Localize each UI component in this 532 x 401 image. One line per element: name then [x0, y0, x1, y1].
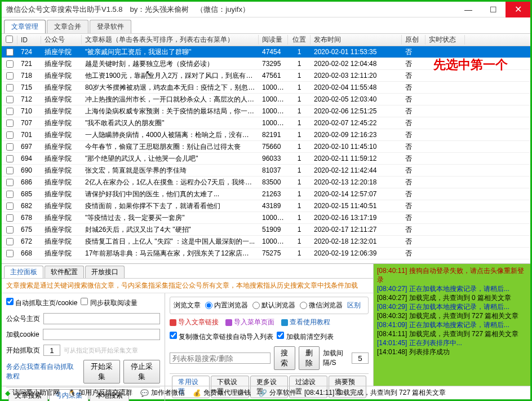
tab-article-manage[interactable]: 文章管理: [4, 20, 46, 33]
log-line: [14:01:48] 列表排序成功: [377, 347, 527, 356]
table-row[interactable]: 715插座学院80岁大爷摆摊被劝退，鸡农血本无归：疫情之下，别忽略...1000…: [2, 82, 530, 94]
table-row[interactable]: 694插座学院"那个绝望的武汉人，让他哭一会儿吧"9603312020-02-1…: [2, 153, 530, 165]
radio-builtin-browser[interactable]: 内置浏览器: [205, 301, 248, 310]
browse-label: 浏览文章: [174, 301, 201, 310]
table-body: 先选中第一个 ↖ 724插座学院"被亲戚问完工资后，我退出了群聊"4745412…: [2, 46, 530, 259]
log-panel: [08:40:11] 搜狗自动登录失败，请点击头像重新登录[08:40:27] …: [374, 264, 530, 386]
table-row[interactable]: 710插座学院上海传染病权威专家预测：关于疫情的最坏结局，你一定...10000…: [2, 105, 530, 117]
select-all-checkbox[interactable]: [6, 36, 13, 43]
list-search-input[interactable]: [170, 352, 271, 364]
tab-config[interactable]: 软件配置: [45, 266, 84, 278]
col-pos[interactable]: 位置: [288, 35, 311, 45]
log-line: [08:41:11] 加载完成，共查询到 727 篇相关文章: [377, 329, 527, 338]
row-checkbox[interactable]: [6, 143, 14, 151]
log-line: [08:41:09] 正在加载本地搜索记录，请稍后...: [377, 320, 527, 329]
row-checkbox[interactable]: [6, 120, 14, 127]
startpage-input[interactable]: [43, 345, 60, 356]
stop-collect-button[interactable]: 停止采集: [123, 360, 160, 384]
row-checkbox[interactable]: [6, 238, 14, 245]
import-menu-button[interactable]: 导入菜单页面: [225, 318, 274, 327]
sb-share[interactable]: 🔗分享软件: [259, 388, 296, 398]
copy-auto-import-checkbox[interactable]: 复制微信文章链接自动导入列表: [170, 332, 273, 342]
right-panel: 浏览文章 内置浏览器 默认浏览器 微信浏览器 区别 导入文章链接 导入菜单页面 …: [165, 293, 373, 401]
radio-wechat-browser[interactable]: 微信浏览器: [300, 301, 343, 310]
start-collect-button[interactable]: 开始采集: [83, 360, 120, 384]
sb-feedback-group[interactable]: 🐧加用户反馈交流群: [68, 388, 132, 398]
row-checkbox[interactable]: [6, 96, 14, 103]
table-row[interactable]: 690插座学院张文宏，简直就是医学界的李佳琦8103712020-02-12 1…: [2, 165, 530, 177]
row-checkbox[interactable]: [6, 108, 14, 115]
cookie-label: 加载cookie: [6, 330, 39, 340]
col-original[interactable]: 原创: [402, 35, 425, 45]
col-status[interactable]: 实时状态: [425, 35, 465, 45]
table-row[interactable]: 712插座学院冲上热搜的温州市长，一开口就秒杀众人：高层次的人，...10000…: [2, 94, 530, 105]
table-row[interactable]: 672插座学院疫情复工首日，上亿人 "失踪" ：这是中国人最深刻的一...100…: [2, 236, 530, 248]
left-panel: 自动抓取主页/cookie 同步获取阅读量 公众号主页 加载cookie 开始抓…: [2, 293, 165, 401]
table-row[interactable]: 678插座学院"等疫情过去，我一定要买一套房"10000112020-02-16…: [2, 212, 530, 224]
table-row[interactable]: 682插座学院疫情面前，如果你撑不下去了，就请看看他们4318912020-02…: [2, 200, 530, 212]
delete-button[interactable]: 删除: [299, 346, 320, 370]
tab-main-panel[interactable]: 主控面板: [4, 266, 43, 278]
log-line: [08:40:27] 正在加载本地搜索记录，请稍后...: [377, 284, 527, 293]
sb-official-site[interactable]: ◆访问爱小助官网: [5, 388, 60, 398]
import-link-button[interactable]: 导入文章链接: [170, 318, 219, 327]
table-row[interactable]: 707插座学院"我不敢看武汉人的朋友圈"10000112020-02-07 12…: [2, 117, 530, 129]
table-row[interactable]: 724插座学院"被亲戚问完工资后，我退出了群聊"4745412020-02-01…: [2, 46, 530, 58]
interval-input[interactable]: [352, 352, 369, 364]
log-line: [08:40:11] 搜狗自动登录失败，请点击头像重新登录: [377, 266, 527, 284]
log-line: [08:40:32] 加载完成，共查询到 727 篇相关文章: [377, 311, 527, 320]
top-tabs: 文章管理 文章合并 登录软件: [2, 17, 530, 33]
col-time[interactable]: 发布时间: [311, 35, 402, 45]
col-reads[interactable]: 阅读量: [259, 35, 288, 45]
col-account[interactable]: 公众号: [41, 35, 82, 45]
log-line: [08:40:29] 正在加载本地搜索记录，请稍后...: [377, 302, 527, 311]
window-title: 微信公众号文章搜索导出助手V1.5.8 by：光头强来偷树 （微信：juyifx…: [6, 5, 456, 15]
row-checkbox[interactable]: [6, 84, 14, 91]
row-checkbox[interactable]: [6, 250, 14, 257]
col-id[interactable]: ID: [17, 36, 41, 44]
sb-author-wechat[interactable]: 💬加作者微信: [140, 388, 185, 398]
row-checkbox[interactable]: [6, 155, 14, 162]
sb-status-text: [08:41:11] 加载完成，共查询到 727 篇相关文章: [304, 388, 446, 398]
search-button[interactable]: 搜索: [274, 346, 295, 370]
close-button[interactable]: ✕: [506, 2, 530, 17]
row-checkbox[interactable]: [6, 226, 14, 233]
table-row[interactable]: 685插座学院请保护好我们中国的医生，他们真的太难了...2126312020-…: [2, 188, 530, 200]
row-checkbox[interactable]: [6, 202, 14, 210]
table-row[interactable]: 668插座学院17年前那场非典：马云隔离在家，刘强东关了12家店，俞...752…: [2, 248, 530, 259]
tab-api[interactable]: 开放接口: [85, 266, 125, 278]
view-tutorial-button[interactable]: 查看使用教程: [281, 318, 330, 327]
table-row[interactable]: 675插座学院封城26天后，武汉又出了4大 "硬招"5190912020-02-…: [2, 224, 530, 236]
table-row[interactable]: 718插座学院他工资1900元，靠副业月入2万，踩对了风口，到底有多...475…: [2, 70, 530, 82]
description-text: 文章搜索是通过关键词搜索微信文章，号内采集指采集指定公众号所有文章，本地搜索指从…: [2, 278, 373, 293]
table-row[interactable]: 686插座学院2亿人在家办公，1亿人在摸鱼：远程办公7天后，我终于崩...835…: [2, 177, 530, 188]
sync-reads-checkbox[interactable]: 同步获取阅读量: [81, 298, 137, 308]
tab-article-merge[interactable]: 文章合并: [47, 20, 88, 33]
row-checkbox[interactable]: [6, 167, 14, 174]
table-row[interactable]: 721插座学院越是关键时刻，越要独立思考（疫情必读）7329512020-02-…: [2, 58, 530, 70]
table-row[interactable]: 701插座学院一人隐瞒肺炎病情，4000人被隔离：枪响之后，没有赢家821911…: [2, 129, 530, 141]
homepage-input[interactable]: [43, 313, 160, 324]
col-title[interactable]: 文章标题（单击各表头可排序，列表右击有菜单）: [82, 35, 259, 45]
row-checkbox[interactable]: [6, 72, 14, 80]
statusbar: ◆访问爱小助官网 🐧加用户反馈交流群 💬加作者微信 💰免费做代理赚钱 🔗分享软件…: [2, 386, 530, 399]
minimize-button[interactable]: —: [456, 2, 481, 17]
row-checkbox[interactable]: [6, 179, 14, 186]
row-checkbox[interactable]: [6, 214, 14, 222]
row-checkbox[interactable]: [6, 49, 14, 56]
tab-login[interactable]: 登录软件: [90, 20, 131, 33]
clear-before-load-checkbox[interactable]: 加载前清空列表: [277, 332, 333, 342]
tutorial-link[interactable]: 务必点我查看自动抓取教程: [6, 362, 80, 381]
table-row[interactable]: 697插座学院今年春节，偷窥了王思聪朋友圈：别让自己过得太丧7566012020…: [2, 141, 530, 153]
row-checkbox[interactable]: [6, 191, 14, 198]
auto-grab-checkbox[interactable]: 自动抓取主页/cookie: [6, 298, 77, 308]
maximize-button[interactable]: ☐: [481, 2, 506, 17]
article-table: ID 公众号 文章标题（单击各表头可排序，列表右击有菜单） 阅读量 位置 发布时…: [2, 33, 530, 263]
radio-default-browser[interactable]: 默认浏览器: [252, 301, 295, 310]
sb-agent[interactable]: 💰免费做代理赚钱: [193, 388, 251, 398]
cookie-input[interactable]: [43, 329, 160, 340]
diff-link[interactable]: 区别: [347, 301, 361, 310]
startpage-hint: 可从指定页码开始采集文章: [64, 346, 138, 355]
row-checkbox[interactable]: [6, 131, 14, 139]
row-checkbox[interactable]: [6, 60, 14, 68]
